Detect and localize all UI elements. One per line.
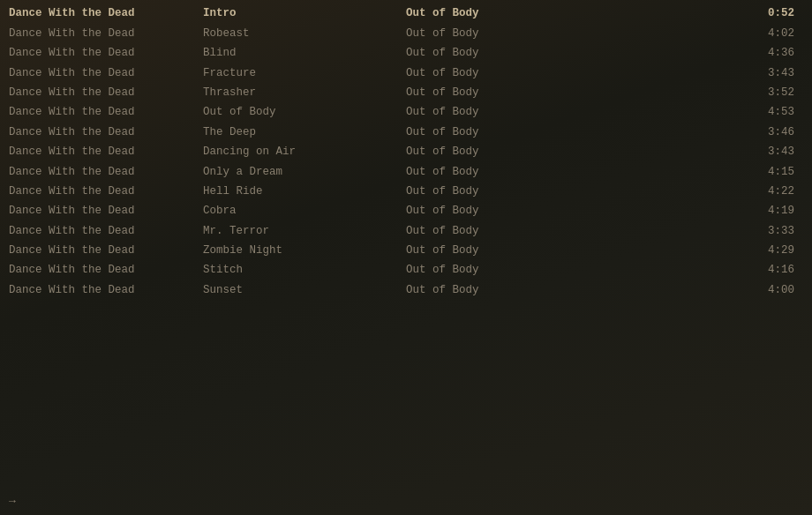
track-album: Out of Body [406,85,600,101]
track-row[interactable]: Dance With the DeadRobeastOut of Body4:0… [0,24,812,43]
track-artist: Dance With the Dead [9,164,203,181]
track-artist: Dance With the Dead [9,262,203,279]
track-album: Out of Body [406,223,600,240]
track-duration: 4:15 [600,164,803,181]
track-artist: Dance With the Dead [9,104,203,121]
track-title: Cobra [203,203,406,220]
track-duration: 4:00 [600,282,803,299]
track-album: Out of Body [406,45,600,62]
track-album: Out of Body [406,203,600,220]
track-title: Thrasher [203,85,406,101]
track-artist: Dance With the Dead [9,243,203,259]
header-artist: Dance With the Dead [9,5,203,22]
track-title: The Deep [203,124,406,141]
track-duration: 4:22 [600,183,803,200]
track-artist: Dance With the Dead [9,45,203,62]
track-duration: 4:19 [600,203,803,220]
track-album: Out of Body [406,65,600,82]
track-duration: 4:53 [600,104,803,121]
track-artist: Dance With the Dead [9,183,203,200]
track-row[interactable]: Dance With the DeadBlindOut of Body4:36 [0,44,812,63]
track-album: Out of Body [406,144,600,160]
track-artist: Dance With the Dead [9,282,203,299]
track-duration: 4:29 [600,243,803,259]
track-duration: 4:36 [600,45,803,62]
track-title: Blind [203,45,406,62]
track-title: Out of Body [203,104,406,121]
track-list-header: Dance With the Dead Intro Out of Body 0:… [0,4,812,23]
track-duration: 4:16 [600,262,803,279]
track-artist: Dance With the Dead [9,223,203,240]
track-album: Out of Body [406,262,600,279]
track-list: Dance With the Dead Intro Out of Body 0:… [0,0,812,304]
track-row[interactable]: Dance With the DeadSunsetOut of Body4:00 [0,280,812,300]
track-title: Dancing on Air [203,144,406,160]
track-title: Sunset [203,282,406,299]
track-artist: Dance With the Dead [9,26,203,42]
track-artist: Dance With the Dead [9,85,203,101]
track-album: Out of Body [406,243,600,259]
track-duration: 3:52 [600,85,803,101]
track-title: Robeast [203,26,406,42]
track-album: Out of Body [406,282,600,299]
track-duration: 4:02 [600,26,803,42]
track-row[interactable]: Dance With the DeadFractureOut of Body3:… [0,63,812,83]
track-row[interactable]: Dance With the DeadDancing on AirOut of … [0,143,812,162]
track-duration: 3:43 [600,144,803,160]
track-duration: 3:46 [600,124,803,141]
track-album: Out of Body [406,104,600,121]
track-artist: Dance With the Dead [9,124,203,141]
track-artist: Dance With the Dead [9,203,203,220]
track-row[interactable]: Dance With the DeadZombie NightOut of Bo… [0,242,812,261]
track-title: Mr. Terror [203,223,406,240]
track-row[interactable]: Dance With the DeadHell RideOut of Body4… [0,182,812,201]
track-title: Only a Dream [203,164,406,181]
track-row[interactable]: Dance With the DeadCobraOut of Body4:19 [0,202,812,221]
track-row[interactable]: Dance With the DeadMr. TerrorOut of Body… [0,221,812,241]
track-title: Stitch [203,262,406,279]
track-album: Out of Body [406,183,600,200]
track-artist: Dance With the Dead [9,144,203,160]
track-album: Out of Body [406,164,600,181]
track-title: Fracture [203,65,406,82]
track-title: Zombie Night [203,243,406,259]
track-row[interactable]: Dance With the DeadOut of BodyOut of Bod… [0,103,812,123]
header-intro: Intro [203,5,406,22]
track-row[interactable]: Dance With the DeadOnly a DreamOut of Bo… [0,162,812,182]
track-duration: 3:33 [600,223,803,240]
track-album: Out of Body [406,26,600,42]
arrow-indicator: → [9,495,16,508]
track-row[interactable]: Dance With the DeadThrasherOut of Body3:… [0,84,812,103]
track-album: Out of Body [406,124,600,141]
track-duration: 3:43 [600,65,803,82]
header-duration: 0:52 [600,5,803,22]
track-artist: Dance With the Dead [9,65,203,82]
header-album: Out of Body [406,5,600,22]
track-row[interactable]: Dance With the DeadStitchOut of Body4:16 [0,261,812,280]
track-title: Hell Ride [203,183,406,200]
track-row[interactable]: Dance With the DeadThe DeepOut of Body3:… [0,123,812,142]
